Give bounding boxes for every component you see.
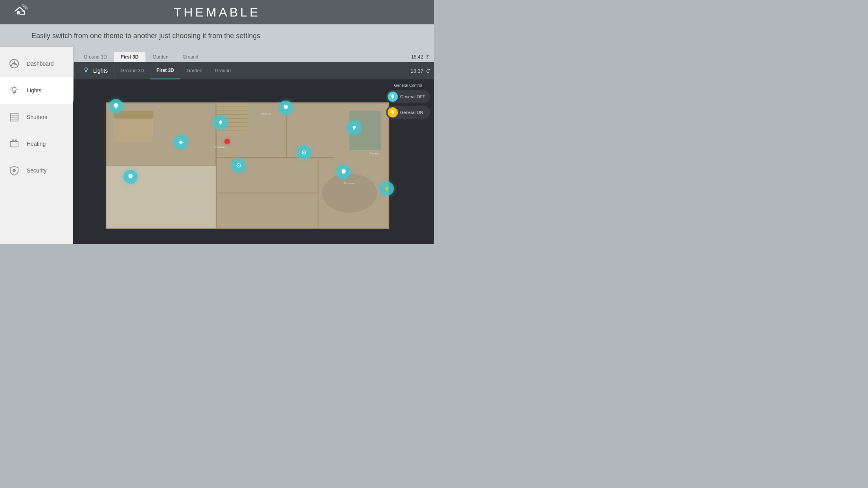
sidebar-item-lights[interactable]: Lights	[0, 77, 73, 104]
outer-tab-garden[interactable]: Garden	[145, 52, 175, 62]
logo	[11, 3, 28, 22]
sidebar-label-heating: Heating	[27, 141, 46, 147]
svg-point-43	[14, 170, 15, 171]
general-off-button[interactable]: General OFF	[386, 90, 430, 103]
inner-tab-ground[interactable]: Ground	[209, 62, 237, 79]
outer-tab-ground[interactable]: Ground	[175, 52, 205, 62]
svg-point-95	[353, 126, 356, 129]
inner-section-label: Lights	[93, 68, 108, 74]
accent-bar	[73, 62, 74, 101]
svg-line-33	[11, 87, 12, 88]
svg-rect-90	[220, 123, 222, 124]
svg-point-30	[12, 87, 16, 91]
lights-icon	[7, 83, 21, 97]
inner-tab-ground3d[interactable]: Ground 3D	[114, 62, 150, 79]
dashboard-icon	[7, 57, 21, 71]
inner-tab-garden[interactable]: Garden	[180, 62, 209, 79]
light-node-9[interactable]	[380, 182, 394, 196]
svg-rect-99	[392, 98, 393, 99]
outer-timer-icon: ⏱	[425, 54, 430, 60]
sidebar-label-dashboard: Dashboard	[27, 61, 54, 67]
outer-tab-ground3d[interactable]: Ground 3D	[77, 52, 114, 62]
svg-rect-41	[10, 141, 18, 147]
general-off-label: General OFF	[400, 94, 425, 99]
svg-point-44	[85, 68, 87, 70]
svg-rect-98	[392, 98, 394, 98]
content-area: Ground 3D First 3D Garden Ground 18:42 ⏱	[73, 47, 434, 244]
control-panel-title: General Control	[386, 83, 430, 88]
svg-line-32	[17, 87, 18, 88]
sidebar-item-shutters[interactable]: Shutters	[0, 104, 73, 130]
floorplan-svg	[73, 79, 434, 244]
inner-tab-bar: Lights Ground 3D First 3D Garden Ground …	[73, 62, 434, 79]
inner-tab-first3d[interactable]: First 3D	[150, 62, 180, 79]
sidebar-label-shutters: Shutters	[27, 114, 47, 120]
light-node-8[interactable]	[347, 121, 361, 135]
svg-point-94	[303, 152, 304, 153]
svg-rect-63	[106, 165, 216, 228]
general-on-button[interactable]: General ON	[386, 106, 430, 119]
inner-time: 18:37 ⏱	[410, 68, 431, 74]
light-node-0[interactable]	[109, 99, 123, 113]
light-node-2[interactable]	[123, 170, 138, 184]
light-node-6[interactable]	[297, 145, 311, 160]
svg-rect-101	[392, 114, 393, 114]
subtitle-bar: Easily switch from one theme to another …	[0, 24, 434, 47]
app-title: THEMABLE	[174, 5, 260, 20]
general-off-icon	[388, 92, 398, 102]
inner-panel: Lights Ground 3D First 3D Garden Ground …	[73, 62, 434, 244]
sidebar-label-lights: Lights	[27, 87, 41, 94]
sidebar-label-security: Security	[27, 167, 47, 174]
heating-icon	[7, 137, 21, 151]
inner-section: Lights	[76, 62, 114, 79]
svg-point-75	[322, 173, 377, 213]
sidebar: Dashboard Lights	[0, 47, 73, 244]
light-node-7[interactable]	[337, 165, 351, 179]
svg-point-89	[219, 121, 223, 124]
inner-timer-icon: ⏱	[426, 68, 431, 74]
general-on-icon	[388, 107, 398, 117]
svg-rect-96	[353, 128, 355, 129]
svg-rect-100	[392, 114, 394, 114]
header: THEMABLE	[0, 0, 434, 24]
sidebar-item-security[interactable]: Security	[0, 157, 73, 184]
outer-time: 18:42 ⏱	[407, 52, 434, 62]
general-on-label: General ON	[400, 110, 423, 115]
svg-point-84	[180, 141, 183, 144]
floorplan-area: Bedroom Kitchen Bedroom Terrace General …	[73, 79, 434, 244]
outer-tab-first3d[interactable]: First 3D	[114, 52, 146, 62]
outer-tab-bar: Ground 3D First 3D Garden Ground 18:42 ⏱	[73, 47, 434, 62]
main-content: Dashboard Lights	[0, 47, 434, 244]
subtitle-text: Easily switch from one theme to another …	[31, 32, 260, 40]
shutters-icon	[7, 110, 21, 124]
control-panel: General Control General OFF General ON	[386, 83, 430, 119]
svg-rect-74	[114, 111, 153, 119]
sidebar-item-dashboard[interactable]: Dashboard	[0, 50, 73, 77]
svg-rect-97	[386, 189, 388, 191]
sidebar-item-heating[interactable]: Heating	[0, 130, 73, 157]
inner-lights-icon	[82, 66, 90, 76]
light-node-offline[interactable]	[224, 139, 230, 144]
security-icon	[7, 163, 21, 178]
svg-point-92	[238, 165, 239, 166]
